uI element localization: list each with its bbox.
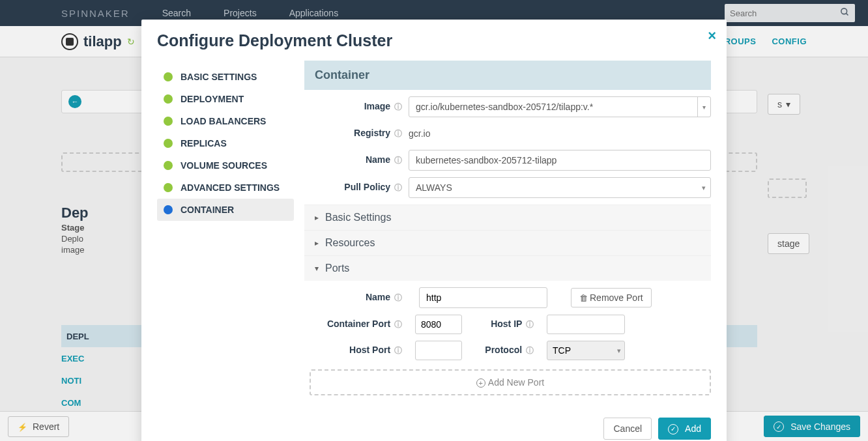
help-icon[interactable]: ⓘ — [394, 102, 402, 111]
chevron-down-icon[interactable] — [697, 97, 710, 117]
protocol-label: Protocol ⓘ — [469, 345, 540, 356]
wizard-advanced-settings[interactable]: ADVANCED SETTINGS — [157, 177, 294, 199]
image-value: gcr.io/kubernetes-sandbox-205712/tilapp:… — [409, 97, 697, 117]
help-icon[interactable]: ⓘ — [394, 129, 402, 138]
modal-footer: Cancel Add — [141, 407, 727, 441]
step-dot-icon — [164, 139, 173, 148]
chevron-right-icon — [315, 213, 319, 222]
help-icon[interactable]: ⓘ — [394, 156, 402, 165]
port-name-input[interactable] — [419, 287, 547, 308]
name-label: Name ⓘ — [310, 154, 409, 166]
pull-policy-select[interactable]: ALWAYS — [409, 177, 711, 198]
wizard-container[interactable]: CONTAINER — [157, 199, 294, 221]
container-name-input[interactable] — [409, 150, 711, 171]
chevron-down-icon — [315, 264, 319, 273]
section-container-header: Container — [304, 61, 711, 90]
deployment-cluster-modal: × Configure Deployment Cluster BASIC SET… — [141, 20, 727, 441]
wizard-deployment[interactable]: DEPLOYMENT — [157, 88, 294, 110]
wizard-replicas[interactable]: REPLICAS — [157, 132, 294, 154]
help-icon[interactable]: ⓘ — [526, 320, 534, 329]
step-dot-icon — [164, 161, 173, 170]
add-button[interactable]: Add — [658, 418, 711, 440]
host-port-label: Host Port ⓘ — [310, 345, 409, 356]
modal-overlay: × Configure Deployment Cluster BASIC SET… — [0, 0, 868, 441]
help-icon[interactable]: ⓘ — [394, 183, 402, 192]
image-label: Image ⓘ — [310, 101, 409, 113]
subsection-resources[interactable]: Resources — [304, 230, 711, 255]
host-port-input[interactable] — [415, 341, 462, 360]
host-ip-label: Host IP ⓘ — [469, 319, 540, 330]
subsection-basic-settings[interactable]: Basic Settings — [304, 205, 711, 230]
plus-icon — [476, 377, 488, 388]
registry-label: Registry ⓘ — [310, 128, 409, 139]
container-port-input[interactable] — [415, 315, 462, 334]
close-icon[interactable]: × — [708, 29, 716, 43]
cancel-button[interactable]: Cancel — [603, 418, 652, 440]
pull-policy-label: Pull Policy ⓘ — [310, 182, 409, 193]
protocol-select[interactable]: TCP — [547, 341, 625, 360]
chevron-right-icon — [315, 238, 319, 248]
step-dot-icon — [164, 72, 173, 81]
wizard-volume-sources[interactable]: VOLUME SOURCES — [157, 154, 294, 177]
remove-port-button[interactable]: Remove Port — [571, 288, 652, 307]
trash-icon — [579, 292, 590, 303]
help-icon[interactable]: ⓘ — [526, 346, 534, 355]
port-name-label: Name ⓘ — [310, 292, 409, 304]
registry-value: gcr.io — [409, 124, 430, 143]
form-area: Container Image ⓘ gcr.io/kubernetes-sand… — [294, 61, 727, 395]
help-icon[interactable]: ⓘ — [394, 293, 402, 302]
subsection-ports[interactable]: Ports — [304, 255, 711, 281]
container-port-label: Container Port ⓘ — [310, 319, 409, 330]
step-dot-icon — [164, 117, 173, 126]
host-ip-input[interactable] — [547, 315, 625, 334]
step-dot-icon — [164, 94, 173, 104]
step-dot-icon — [164, 183, 173, 192]
help-icon[interactable]: ⓘ — [394, 320, 402, 329]
wizard-nav: BASIC SETTINGS DEPLOYMENT LOAD BALANCERS… — [157, 61, 294, 395]
ports-body: Name ⓘ Remove Port Container Port ⓘ Host… — [310, 281, 711, 395]
help-icon[interactable]: ⓘ — [394, 346, 402, 355]
wizard-basic-settings[interactable]: BASIC SETTINGS — [157, 66, 294, 88]
image-combobox[interactable]: gcr.io/kubernetes-sandbox-205712/tilapp:… — [409, 96, 711, 117]
add-port-button[interactable]: Add New Port — [310, 369, 711, 395]
check-icon — [668, 423, 681, 434]
modal-title: Configure Deployment Cluster — [141, 20, 727, 61]
step-dot-icon — [164, 205, 173, 214]
wizard-load-balancers[interactable]: LOAD BALANCERS — [157, 110, 294, 132]
